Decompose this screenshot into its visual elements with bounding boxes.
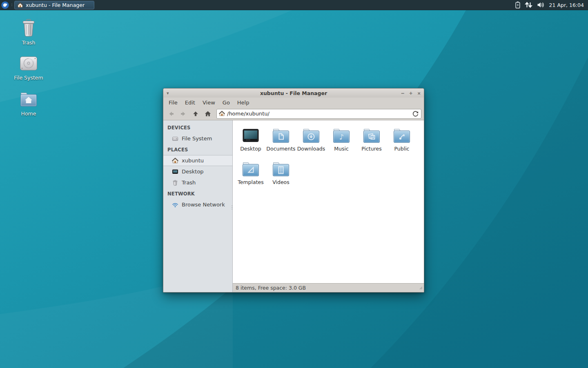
- file-item-label: Pictures: [361, 146, 382, 152]
- path-input[interactable]: [227, 111, 409, 117]
- file-item-music[interactable]: ♪Music: [326, 126, 356, 159]
- sidebar-item-label: Desktop: [182, 168, 204, 175]
- network-icon[interactable]: [525, 0, 532, 10]
- maximize-button[interactable]: +: [409, 91, 412, 96]
- home-icon: [17, 2, 23, 8]
- file-item-label: Downloads: [297, 146, 325, 152]
- sidebar-item-file-system[interactable]: File System: [163, 133, 232, 144]
- home-big-icon: [18, 89, 39, 109]
- resize-grip-icon[interactable]: [419, 285, 423, 291]
- menu-view[interactable]: View: [199, 98, 219, 107]
- close-button[interactable]: ×: [417, 91, 421, 96]
- desktop-icon-column: TrashFile SystemHome: [7, 18, 50, 123]
- back-button[interactable]: [166, 109, 176, 119]
- battery-icon[interactable]: [515, 0, 520, 10]
- file-manager-window: ▾ xubuntu - File Manager − + × FileEditV…: [163, 88, 424, 293]
- taskbar-window-label: xubuntu - File Manager: [26, 2, 85, 8]
- trash-icon: [172, 180, 178, 186]
- file-item-label: Music: [334, 146, 349, 152]
- desktop-icon-label: File System: [14, 75, 43, 81]
- svg-text:♪: ♪: [339, 133, 344, 141]
- desktop-icon-file-system[interactable]: File System: [7, 53, 50, 81]
- folder-pictures-icon: [362, 126, 381, 145]
- folder-templates-icon: [241, 159, 261, 179]
- panel-grip-handle[interactable]: [10, 0, 13, 10]
- status-bar: 8 items, Free space: 3.0 GB: [233, 283, 424, 292]
- main-column: DesktopDocumentsDownloads♪MusicPicturesP…: [233, 120, 424, 292]
- sidebar-item-label: File System: [182, 135, 212, 142]
- trash-big-icon: [18, 18, 39, 38]
- wifi-icon: [172, 202, 178, 208]
- toolbar: [163, 107, 424, 120]
- tray-icons: [515, 0, 545, 10]
- window-menu-icon[interactable]: ▾: [167, 91, 173, 96]
- desktop-icon-label: Trash: [22, 40, 35, 46]
- file-item-label: Public: [394, 146, 410, 152]
- file-item-label: Documents: [266, 146, 295, 152]
- folder-videos-icon: [271, 159, 291, 179]
- house-icon: [172, 157, 178, 164]
- file-item-documents[interactable]: Documents: [266, 126, 296, 159]
- panel-clock[interactable]: 21 Apr, 16:04: [549, 2, 584, 8]
- file-item-templates[interactable]: Templates: [236, 159, 266, 193]
- file-list-view[interactable]: DesktopDocumentsDownloads♪MusicPicturesP…: [233, 120, 424, 283]
- desktop-icon-home[interactable]: Home: [7, 89, 50, 117]
- sidebar: DEVICESFile SystemPLACESxubuntuDesktopTr…: [163, 120, 233, 292]
- desktop-icon-trash[interactable]: Trash: [7, 18, 50, 46]
- desktop-icon: [241, 126, 261, 145]
- home-button[interactable]: [203, 109, 213, 119]
- whisker-menu-icon[interactable]: [0, 0, 10, 10]
- sidebar-item-label: xubuntu: [182, 157, 204, 164]
- drive-icon: [172, 135, 178, 142]
- display-icon: [172, 168, 178, 175]
- sidebar-item-label: Trash: [182, 180, 196, 186]
- file-item-videos[interactable]: Videos: [266, 159, 296, 193]
- menu-go[interactable]: Go: [219, 98, 234, 107]
- file-item-downloads[interactable]: Downloads: [296, 126, 326, 159]
- menu-edit[interactable]: Edit: [181, 98, 199, 107]
- top-panel: xubuntu - File Manager 21 Apr, 16:04: [0, 0, 588, 10]
- titlebar[interactable]: ▾ xubuntu - File Manager − + ×: [163, 89, 424, 98]
- folder-downloads-icon: [301, 126, 321, 145]
- status-text: 8 items, Free space: 3.0 GB: [236, 285, 306, 291]
- up-button[interactable]: [190, 109, 201, 119]
- sidebar-item-label: Browse Network: [182, 202, 225, 208]
- forward-button[interactable]: [178, 109, 189, 119]
- sidebar-splitter-handle[interactable]: [232, 206, 233, 215]
- folder-documents-icon: [271, 126, 291, 145]
- file-item-label: Desktop: [240, 146, 261, 152]
- sidebar-item-desktop[interactable]: Desktop: [163, 166, 232, 177]
- desktop-icon-label: Home: [21, 111, 36, 117]
- menu-file[interactable]: File: [165, 98, 181, 107]
- menu-help[interactable]: Help: [234, 98, 253, 107]
- folder-public-icon: [392, 126, 412, 145]
- window-body: DEVICESFile SystemPLACESxubuntuDesktopTr…: [163, 120, 424, 292]
- window-title: xubuntu - File Manager: [163, 90, 424, 96]
- refresh-icon[interactable]: [411, 110, 419, 118]
- sidebar-header-devices: DEVICES: [163, 122, 232, 133]
- sidebar-item-xubuntu[interactable]: xubuntu: [163, 155, 232, 166]
- minimize-button[interactable]: −: [401, 91, 405, 96]
- sidebar-item-trash[interactable]: Trash: [163, 177, 232, 188]
- file-item-label: Templates: [238, 180, 264, 185]
- sidebar-header-places: PLACES: [163, 144, 232, 155]
- window-controls: − + ×: [401, 91, 421, 96]
- menu-bar: FileEditViewGoHelp: [163, 98, 424, 107]
- file-item-pictures[interactable]: Pictures: [356, 126, 387, 159]
- drive-big-icon: [18, 53, 39, 73]
- home-icon: [219, 111, 225, 117]
- sidebar-header-network: NETWORK: [163, 188, 232, 199]
- file-item-desktop[interactable]: Desktop: [236, 126, 266, 159]
- volume-icon[interactable]: [537, 0, 545, 10]
- file-item-public[interactable]: Public: [387, 126, 417, 159]
- path-bar: [216, 109, 421, 119]
- taskbar-window-button[interactable]: xubuntu - File Manager: [14, 1, 94, 9]
- system-tray: 21 Apr, 16:04: [515, 0, 588, 10]
- sidebar-item-browse-network[interactable]: Browse Network: [163, 199, 232, 210]
- file-item-label: Videos: [272, 180, 290, 185]
- folder-music-icon: ♪: [332, 126, 351, 145]
